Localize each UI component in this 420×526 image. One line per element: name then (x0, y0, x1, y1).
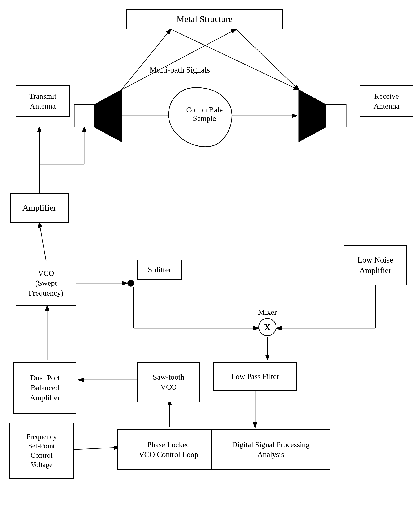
svg-line-11 (236, 29, 299, 90)
low-pass-filter-block: Low Pass Filter (213, 362, 297, 391)
svg-line-10 (171, 29, 299, 90)
amplifier-block: Amplifier (10, 193, 69, 223)
sawtooth-vco-block: Saw-toothVCO (137, 362, 200, 402)
svg-line-28 (73, 447, 119, 450)
svg-rect-2 (74, 104, 94, 127)
mixer-label: Mixer (250, 308, 285, 316)
splitter-dot (127, 280, 134, 287)
cotton-bale-label: Cotton BaleSample (180, 106, 229, 123)
metal-structure-block: Metal Structure (126, 9, 283, 29)
svg-line-9 (121, 29, 236, 90)
mixer-circle: X (259, 318, 276, 336)
svg-marker-5 (299, 90, 326, 142)
freq-set-point-block: FrequencySet-PointControlVoltage (9, 423, 74, 479)
low-noise-amplifier-block: Low NoiseAmplifier (344, 245, 407, 285)
svg-marker-3 (94, 90, 121, 142)
dual-port-block: Dual PortBalancedAmplifier (13, 362, 76, 414)
svg-rect-4 (326, 104, 346, 127)
diagram: Multi-path Signals Cotton BaleSample Met… (0, 0, 420, 526)
phase-locked-block: Phase LockedVCO Control Loop (117, 429, 220, 470)
svg-line-17 (39, 223, 46, 261)
mixer-x-symbol: X (264, 322, 271, 333)
vco-block: VCO(SweptFrequency) (16, 261, 76, 306)
splitter-block: Splitter (137, 260, 182, 280)
svg-line-8 (121, 29, 171, 90)
digital-signal-block: Digital Signal ProcessingAnalysis (211, 429, 330, 470)
multipath-signals-label: Multi-path Signals (146, 65, 213, 75)
transmit-antenna-block: TransmitAntenna (16, 85, 70, 117)
receive-antenna-block: ReceiveAntenna (360, 85, 413, 117)
